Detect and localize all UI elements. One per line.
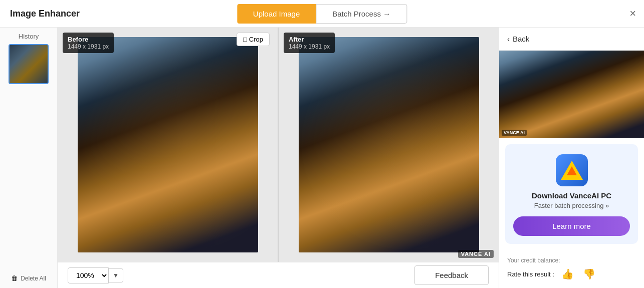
after-label: After	[289, 36, 330, 43]
header: Image Enhancer Upload Image Batch Proces…	[0, 0, 644, 28]
after-dimensions: 1449 x 1931 px	[289, 43, 330, 50]
delete-all-button[interactable]: 🗑 Delete All	[0, 269, 57, 288]
after-label-box: After 1449 x 1931 px	[284, 33, 335, 53]
back-button[interactable]: ‹ Back	[499, 28, 644, 51]
after-image	[299, 37, 479, 252]
vanceai-app-icon	[556, 154, 588, 186]
bottom-section: Your credit balance: Rate this result : …	[499, 250, 644, 288]
after-panel: After 1449 x 1931 px VANCE AI	[279, 28, 499, 262]
delete-all-label: Delete All	[21, 275, 46, 282]
close-button[interactable]: ×	[629, 7, 636, 20]
crop-icon: □	[243, 36, 247, 43]
before-image	[78, 37, 258, 252]
viewer-bottom-bar: 100% 50% 200% ▼ Feedback	[58, 262, 499, 288]
app-container: Image Enhancer Upload Image Batch Proces…	[0, 0, 644, 288]
zoom-select[interactable]: 100% 50% 200%	[68, 267, 109, 283]
images-area: Before 1449 x 1931 px □ Crop After 1449 …	[58, 28, 499, 262]
thumbs-down-button[interactable]: 👎	[581, 267, 597, 281]
rate-row: Rate this result : 👍 👎	[507, 267, 636, 281]
right-panel-preview: VANCE AI	[499, 51, 644, 138]
before-dimensions: 1449 x 1931 px	[68, 43, 109, 50]
zoom-control: 100% 50% 200% ▼	[68, 267, 123, 283]
history-label: History	[0, 28, 57, 44]
history-thumb-image	[10, 45, 48, 83]
upload-image-button[interactable]: Upload Image	[237, 4, 316, 24]
credit-label: Your credit balance:	[507, 257, 636, 264]
ad-section: Download VanceAI PC Faster batch process…	[505, 144, 638, 244]
history-thumbnail[interactable]	[9, 44, 49, 84]
preview-watermark: VANCE AI	[502, 130, 527, 136]
back-label: Back	[513, 35, 529, 43]
sidebar: History 🗑 Delete All	[0, 28, 58, 288]
before-panel: Before 1449 x 1931 px □ Crop	[58, 28, 278, 262]
batch-process-button[interactable]: Batch Process →	[316, 4, 407, 24]
ad-title: Download VanceAI PC	[532, 191, 611, 200]
crop-button[interactable]: □ Crop	[237, 33, 270, 46]
zoom-dropdown-button[interactable]: ▼	[109, 268, 123, 282]
chevron-left-icon: ‹	[507, 35, 510, 43]
before-label: Before	[68, 36, 109, 43]
main-layout: History 🗑 Delete All Before 1449 x 1931 …	[0, 28, 644, 288]
trash-icon: 🗑	[11, 274, 18, 282]
header-buttons: Upload Image Batch Process →	[237, 4, 407, 24]
app-title: Image Enhancer	[10, 9, 80, 19]
vance-watermark: VANCE AI	[458, 250, 494, 258]
feedback-button[interactable]: Feedback	[414, 265, 489, 285]
right-panel: ‹ Back VANCE AI Download VanceAI PC Fast…	[499, 28, 644, 288]
thumbs-up-button[interactable]: 👍	[559, 267, 576, 281]
image-viewer: Before 1449 x 1931 px □ Crop After 1449 …	[58, 28, 499, 288]
ad-subtitle: Faster batch processing »	[534, 202, 609, 209]
learn-more-button[interactable]: Learn more	[513, 216, 630, 236]
rate-label: Rate this result :	[507, 270, 554, 278]
before-label-box: Before 1449 x 1931 px	[63, 33, 114, 53]
